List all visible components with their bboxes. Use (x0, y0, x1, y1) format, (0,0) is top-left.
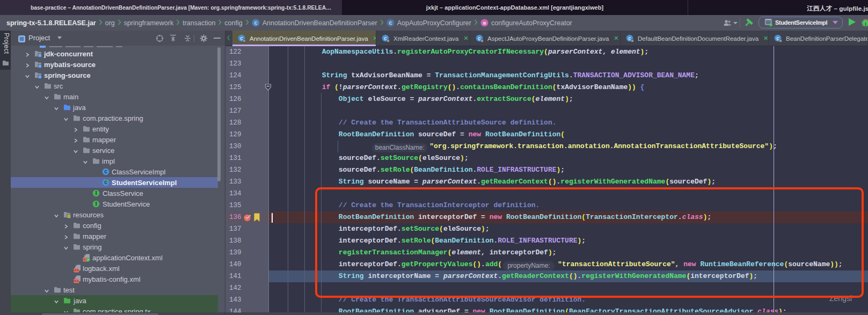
svg-text:C: C (389, 20, 392, 26)
svg-text:<>: <> (74, 279, 78, 283)
svg-text:C: C (104, 169, 107, 175)
svg-text:I: I (95, 201, 97, 207)
svg-text:m: m (483, 20, 486, 26)
svg-text:I: I (95, 191, 97, 196)
svg-text:<>: <> (74, 268, 78, 273)
svg-text:C: C (254, 20, 257, 26)
